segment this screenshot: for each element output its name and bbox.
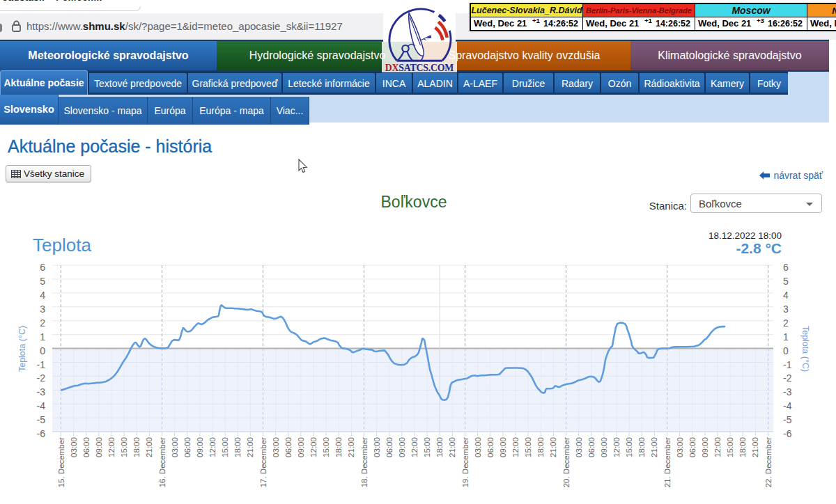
svg-text:18:00: 18:00 xyxy=(334,437,343,457)
svg-text:21:00: 21:00 xyxy=(650,437,658,457)
svg-text:17. December: 17. December xyxy=(259,437,268,487)
svg-text:21:00: 21:00 xyxy=(751,437,759,457)
svg-text:2: 2 xyxy=(783,317,789,329)
svg-text:09:00: 09:00 xyxy=(95,437,103,457)
svg-text:03:00: 03:00 xyxy=(171,437,179,457)
svg-text:06:00: 06:00 xyxy=(587,437,596,457)
svg-text:12:00: 12:00 xyxy=(612,437,621,457)
svg-text:06:00: 06:00 xyxy=(486,437,495,457)
svg-text:09:00: 09:00 xyxy=(499,437,507,457)
svg-text:18. December: 18. December xyxy=(360,437,369,487)
svg-text:-5: -5 xyxy=(783,414,792,425)
svg-text:15:00: 15:00 xyxy=(322,437,330,457)
svg-text:-3: -3 xyxy=(37,386,46,397)
svg-text:03:00: 03:00 xyxy=(373,437,381,457)
svg-text:15:00: 15:00 xyxy=(423,437,431,457)
svg-text:03:00: 03:00 xyxy=(474,437,482,457)
svg-text:15:00: 15:00 xyxy=(221,437,229,457)
svg-text:06:00: 06:00 xyxy=(284,437,293,457)
svg-text:-5: -5 xyxy=(37,414,46,425)
svg-text:Teplota (°C): Teplota (°C) xyxy=(17,326,27,372)
svg-text:18:00: 18:00 xyxy=(233,437,242,457)
svg-text:15:00: 15:00 xyxy=(625,437,633,457)
svg-text:15. December: 15. December xyxy=(57,437,65,487)
svg-text:12:00: 12:00 xyxy=(107,437,116,457)
svg-text:6: 6 xyxy=(783,262,789,273)
svg-text:4: 4 xyxy=(783,290,789,301)
svg-text:03:00: 03:00 xyxy=(272,437,280,457)
svg-text:06:00: 06:00 xyxy=(385,437,394,457)
svg-text:-4: -4 xyxy=(37,400,46,411)
svg-text:06:00: 06:00 xyxy=(82,437,91,457)
svg-text:2: 2 xyxy=(40,317,45,329)
svg-text:12:00: 12:00 xyxy=(208,437,217,457)
svg-text:-4: -4 xyxy=(783,400,792,411)
svg-text:21:00: 21:00 xyxy=(549,437,557,457)
svg-text:18:00: 18:00 xyxy=(738,437,747,457)
svg-text:21. December: 21. December xyxy=(663,437,672,487)
svg-text:1: 1 xyxy=(783,331,789,342)
svg-text:06:00: 06:00 xyxy=(688,437,697,457)
svg-text:18:00: 18:00 xyxy=(435,437,444,457)
svg-text:09:00: 09:00 xyxy=(600,437,608,457)
svg-text:-3: -3 xyxy=(783,386,792,397)
svg-text:15:00: 15:00 xyxy=(726,437,734,457)
svg-text:12:00: 12:00 xyxy=(309,437,318,457)
svg-text:09:00: 09:00 xyxy=(398,437,406,457)
svg-text:3: 3 xyxy=(783,304,789,315)
svg-text:12:00: 12:00 xyxy=(410,437,419,457)
svg-text:15:00: 15:00 xyxy=(120,437,128,457)
svg-text:-1: -1 xyxy=(783,359,792,370)
svg-text:Teplota (°C): Teplota (°C) xyxy=(800,326,810,372)
svg-text:16. December: 16. December xyxy=(158,437,167,487)
svg-text:19. December: 19. December xyxy=(461,437,470,487)
svg-text:-2: -2 xyxy=(37,372,46,384)
svg-text:-6: -6 xyxy=(37,428,46,439)
svg-text:-6: -6 xyxy=(783,428,792,439)
svg-text:21:00: 21:00 xyxy=(347,437,355,457)
svg-text:21:00: 21:00 xyxy=(246,437,254,457)
svg-text:1: 1 xyxy=(40,331,45,342)
svg-text:03:00: 03:00 xyxy=(70,437,78,457)
svg-text:21:00: 21:00 xyxy=(448,437,456,457)
svg-text:15:00: 15:00 xyxy=(524,437,532,457)
svg-text:6: 6 xyxy=(40,262,45,273)
svg-text:0: 0 xyxy=(783,345,789,356)
svg-text:5: 5 xyxy=(783,276,789,287)
svg-text:06:00: 06:00 xyxy=(183,437,192,457)
svg-text:09:00: 09:00 xyxy=(297,437,305,457)
svg-text:21:00: 21:00 xyxy=(145,437,153,457)
svg-text:20. December: 20. December xyxy=(562,437,571,487)
svg-text:3: 3 xyxy=(40,304,45,315)
svg-text:0: 0 xyxy=(40,345,45,356)
svg-text:18:00: 18:00 xyxy=(132,437,141,457)
svg-text:22. December: 22. December xyxy=(764,437,773,487)
svg-text:-1: -1 xyxy=(37,359,46,370)
svg-text:4: 4 xyxy=(40,290,45,301)
svg-text:12:00: 12:00 xyxy=(713,437,722,457)
svg-text:18:00: 18:00 xyxy=(536,437,545,457)
svg-text:5: 5 xyxy=(40,276,45,287)
svg-text:09:00: 09:00 xyxy=(701,437,709,457)
svg-text:03:00: 03:00 xyxy=(676,437,684,457)
svg-text:DXSATCS.COM: DXSATCS.COM xyxy=(385,63,454,73)
svg-text:-2: -2 xyxy=(783,372,792,384)
svg-text:12:00: 12:00 xyxy=(511,437,520,457)
svg-text:18:00: 18:00 xyxy=(637,437,646,457)
svg-text:03:00: 03:00 xyxy=(575,437,583,457)
svg-text:09:00: 09:00 xyxy=(196,437,204,457)
